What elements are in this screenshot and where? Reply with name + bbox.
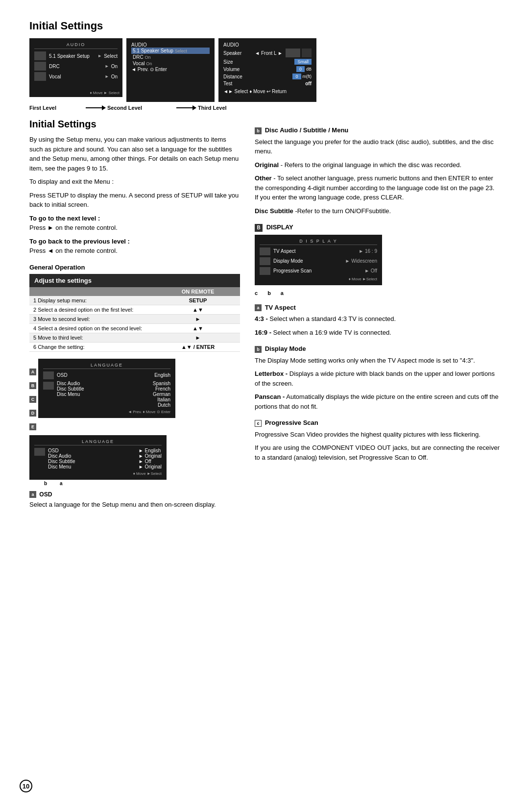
ratio-43: 4:3 - Select when a standard 4:3 TV is c… — [255, 314, 500, 324]
step4-remote: ▲▼ — [156, 323, 240, 333]
display-labels: c b a — [255, 290, 500, 296]
test-off-value: off — [305, 81, 312, 86]
intro-display-para: To display and exit the Menu : — [29, 177, 240, 187]
first-level-label: First Level — [29, 105, 56, 111]
steps-col-header — [29, 287, 156, 296]
disc-audio-section: b Disc Audio / Subtitle / Menu Select th… — [255, 126, 500, 216]
adjust-table: Adjust the settings ON REMOTE 1 Display … — [29, 274, 240, 352]
osd-text: Select a language for the Setup menu and… — [29, 500, 240, 510]
screen1-row3: Vocal ► On — [34, 72, 118, 81]
step1-label: 1 Display setup menu: — [29, 296, 156, 305]
third-level-arrow: Third Level — [176, 105, 227, 111]
tv-aspect-section: a TV Aspect 4:3 - Select when a standard… — [255, 304, 500, 338]
diagram-section: AUDIO 5.1 Speaker Setup ► Select DRC ► O… — [29, 38, 500, 111]
table-row: 3 Move to second level: ► — [29, 314, 240, 323]
step6-label: 6 Change the setting: — [29, 342, 156, 351]
screen1-bottom: ♦ Move ► Select — [90, 91, 120, 95]
disc-subtitle-text: -Refer to the turn ON/OFFsubtitle. — [295, 207, 391, 215]
lang-row-disc: Disc Audio Disc Subtitle Disc Menu Spani… — [43, 381, 170, 408]
screen2-row1: 5.1 Speaker Setup Select — [131, 48, 210, 54]
prev-level-text: Press ◄ on the remote control. — [29, 247, 118, 254]
progressive-scan-badge: c — [255, 420, 262, 427]
language-large-screen-wrap: A B C D E LANGUAGE OSD English — [29, 359, 240, 430]
other-text: - To select another language, press nume… — [255, 174, 494, 201]
on-remote-header: ON REMOTE — [156, 287, 240, 296]
lang-small-row1: OSD Disc Audio Disc Subtitle Disc Menu ►… — [34, 448, 162, 469]
other-bold: Other — [255, 174, 272, 182]
screen1-title: AUDIO — [34, 42, 118, 49]
right-column: b Disc Audio / Subtitle / Menu Select th… — [255, 119, 500, 514]
next-level-bold: To go to the next level : — [29, 215, 100, 222]
screen1: AUDIO 5.1 Speaker Setup ► Select DRC ► O… — [29, 38, 122, 97]
step3-remote: ► — [156, 314, 240, 323]
ab-labels: b a — [44, 481, 240, 486]
display-row-mode: Display Mode ► Widescreen — [260, 257, 377, 265]
display-screen: D I S P L A Y TV Aspect ► 16 : 9 Display… — [255, 235, 382, 285]
disc-audio-badge: b — [255, 127, 262, 134]
screen2-row3: Vocal On — [131, 60, 210, 67]
table-row: 1 Display setup menu: SETUP — [29, 296, 240, 305]
disc-subtitle-para: Disc Subtitle -Refer to the turn ON/OFFs… — [255, 206, 500, 216]
levels-row: First Level Second Level Third Level — [29, 105, 500, 111]
screen2-bottom: ◄ Prev. ⊙ Enter — [131, 67, 210, 72]
step3-label: 3 Move to second level: — [29, 314, 156, 323]
screen3-row-distance: Distance 0 m(ft) — [223, 74, 312, 79]
screen3-title: AUDIO — [223, 42, 312, 48]
step6-remote: ▲▼ / ENTER — [156, 342, 240, 351]
step2-label: 2 Select a desired option on the first l… — [29, 305, 156, 314]
step2-remote: ▲▼ — [156, 305, 240, 314]
section-title: Initial Settings — [29, 119, 240, 130]
intro-para1: By using the Setup menu, you can make va… — [29, 135, 240, 173]
display-icon2 — [260, 257, 270, 265]
speaker-icon — [286, 49, 300, 57]
display-header: B DISPLAY — [255, 223, 500, 232]
lang-small-icon1 — [34, 448, 45, 456]
badge-A: A — [29, 369, 36, 375]
display-row-tv-aspect: TV Aspect ► 16 : 9 — [260, 247, 377, 255]
arrow-to-second — [86, 107, 105, 108]
disc-subtitle-bold: Disc Subtitle — [255, 207, 293, 215]
disc-audio-header: b Disc Audio / Subtitle / Menu — [255, 126, 500, 134]
display-row-prog: Progressive Scan ► Off — [260, 267, 377, 275]
step4-label: 4 Select a desired option on the second … — [29, 323, 156, 333]
screen1-icon1 — [34, 51, 46, 60]
badge-E: E — [29, 423, 36, 430]
language-large-screen: LANGUAGE OSD English Disc Audio Disc Sub… — [38, 359, 175, 418]
table-row: 2 Select a desired option on the first l… — [29, 305, 240, 314]
badge-C: C — [29, 396, 36, 403]
lang-screen-bottom: ◄ Prev. ♦ Move ⊙ Enter — [43, 410, 170, 414]
screen3-bottom: ◄► Select ♦ Move ↩ Return — [223, 89, 312, 94]
original-text: - Refers to the original language in whi… — [281, 161, 461, 169]
ratio-169: 16:9 - Select when a 16:9 wide TV is con… — [255, 328, 500, 338]
adjust-table-title: Adjust the settings — [29, 274, 240, 287]
display-mode-header: b Display Mode — [255, 345, 500, 353]
step5-remote: ► — [156, 333, 240, 342]
display-badge: B — [255, 224, 263, 232]
badge-D: D — [29, 410, 36, 417]
language-badges: A B C D E — [29, 359, 36, 430]
screen3-row-speaker: Speaker ◄ Front L ► — [223, 49, 312, 57]
screen3-row-test: Test off — [223, 81, 312, 86]
main-title: Initial Settings — [29, 20, 500, 32]
disc-audio-intro: Select the language you prefer for the a… — [255, 137, 500, 156]
display-icon1 — [260, 247, 270, 255]
other-para: Other - To select another language, pres… — [255, 173, 500, 202]
osd-section: a OSD Select a language for the Setup me… — [29, 491, 240, 510]
display-screen-title: D I S P L A Y — [260, 239, 377, 245]
general-operation-header: General Operation — [29, 264, 240, 271]
lang-small-bottom: ♦ Move ►Select — [34, 471, 162, 476]
prev-level: To go back to the previous level : Press… — [29, 237, 240, 256]
tv-aspect-badge: a — [255, 304, 262, 311]
screen3-row-volume: Volume 0 dB — [223, 66, 312, 72]
steps-table: ON REMOTE 1 Display setup menu: SETUP 2 … — [29, 287, 240, 352]
screen1-icon2 — [34, 62, 46, 71]
progressive-scan-para2: If you are using the COMPONENT VIDEO OUT… — [255, 443, 500, 462]
next-level: To go to the next level : Press ► on the… — [29, 214, 240, 233]
screen1-icon3 — [34, 72, 46, 81]
progressive-scan-para1: Progressive Scan Video provides the high… — [255, 430, 500, 440]
table-row: 4 Select a desired option on the second … — [29, 323, 240, 333]
display-icon3 — [260, 267, 270, 275]
tv-aspect-header: a TV Aspect — [255, 304, 500, 312]
osd-badge: a — [29, 491, 36, 498]
lang-screen-title: LANGUAGE — [43, 363, 170, 369]
